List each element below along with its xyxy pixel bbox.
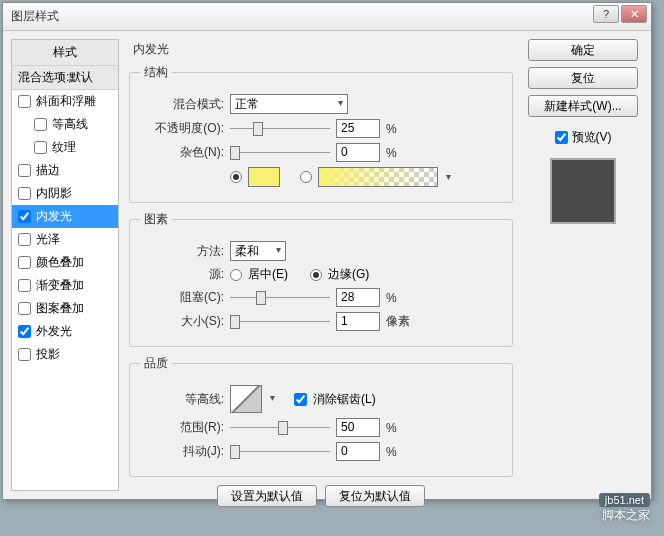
style-checkbox[interactable] [18,164,31,177]
color-radio[interactable] [230,171,242,183]
style-checkbox[interactable] [18,233,31,246]
range-input[interactable]: 50 [336,418,380,437]
style-row[interactable]: 投影 [12,343,118,366]
style-label: 渐变叠加 [36,277,84,294]
blend-mode-label: 混合模式: [140,96,224,113]
elements-legend: 图素 [140,211,172,228]
style-checkbox[interactable] [18,302,31,315]
style-checkbox[interactable] [34,141,47,154]
cancel-button[interactable]: 复位 [528,67,638,89]
source-center-radio[interactable] [230,269,242,281]
watermark: jb51.net 脚本之家 [599,492,650,524]
titlebar: 图层样式 ? ✕ [3,3,651,31]
style-label: 光泽 [36,231,60,248]
blending-options-label: 混合选项:默认 [18,69,93,86]
style-checkbox[interactable] [34,118,47,131]
style-label: 投影 [36,346,60,363]
source-center-label: 居中(E) [248,266,288,283]
style-row[interactable]: 斜面和浮雕 [12,90,118,113]
style-checkbox[interactable] [18,256,31,269]
style-label: 外发光 [36,323,72,340]
set-default-button[interactable]: 设置为默认值 [217,485,317,507]
style-checkbox[interactable] [18,95,31,108]
preview-checkbox[interactable] [555,131,568,144]
style-label: 等高线 [52,116,88,133]
style-row[interactable]: 描边 [12,159,118,182]
blending-options-row[interactable]: 混合选项:默认 [12,66,118,90]
elements-group: 图素 方法: 柔和 源: 居中(E) 边缘(G) 阻塞(C): 28 [129,211,513,347]
style-row[interactable]: 颜色叠加 [12,251,118,274]
style-row[interactable]: 光泽 [12,228,118,251]
choke-input[interactable]: 28 [336,288,380,307]
noise-label: 杂色(N): [140,144,224,161]
new-style-button[interactable]: 新建样式(W)... [528,95,638,117]
quality-legend: 品质 [140,355,172,372]
size-slider[interactable] [230,313,330,331]
gradient-radio[interactable] [300,171,312,183]
style-row[interactable]: 外发光 [12,320,118,343]
gradient-swatch[interactable] [318,167,438,187]
window-title: 图层样式 [11,8,59,25]
antialias-label: 消除锯齿(L) [313,391,376,408]
style-label: 纹理 [52,139,76,156]
styles-panel: 样式 混合选项:默认 斜面和浮雕等高线纹理描边内阴影内发光光泽颜色叠加渐变叠加图… [11,39,119,491]
styles-header: 样式 [12,40,118,66]
help-button[interactable]: ? [593,5,619,23]
close-button[interactable]: ✕ [621,5,647,23]
preview-thumbnail [550,158,616,224]
antialias-checkbox[interactable] [294,393,307,406]
style-row[interactable]: 内阴影 [12,182,118,205]
contour-picker[interactable] [230,385,262,413]
size-label: 大小(S): [140,313,224,330]
revert-default-button[interactable]: 复位为默认值 [325,485,425,507]
style-row[interactable]: 图案叠加 [12,297,118,320]
choke-label: 阻塞(C): [140,289,224,306]
style-label: 描边 [36,162,60,179]
opacity-slider[interactable] [230,120,330,138]
style-label: 斜面和浮雕 [36,93,96,110]
structure-group: 结构 混合模式: 正常 不透明度(O): 25 % 杂色(N): 0 % [129,64,513,203]
choke-slider[interactable] [230,289,330,307]
technique-label: 方法: [140,243,224,260]
size-input[interactable]: 1 [336,312,380,331]
style-checkbox[interactable] [18,187,31,200]
style-row[interactable]: 渐变叠加 [12,274,118,297]
preview-label: 预览(V) [572,129,612,146]
style-checkbox[interactable] [18,348,31,361]
source-label: 源: [140,266,224,283]
structure-legend: 结构 [140,64,172,81]
range-slider[interactable] [230,419,330,437]
contour-label: 等高线: [140,391,224,408]
action-panel: 确定 复位 新建样式(W)... 预览(V) [523,39,643,491]
panel-title: 内发光 [129,39,513,64]
style-checkbox[interactable] [18,210,31,223]
technique-select[interactable]: 柔和 [230,241,286,261]
percent-unit: % [386,122,397,136]
style-label: 内发光 [36,208,72,225]
noise-slider[interactable] [230,144,330,162]
color-swatch[interactable] [248,167,280,187]
source-edge-label: 边缘(G) [328,266,369,283]
opacity-label: 不透明度(O): [140,120,224,137]
blend-mode-select[interactable]: 正常 [230,94,348,114]
jitter-label: 抖动(J): [140,443,224,460]
range-label: 范围(R): [140,419,224,436]
style-label: 颜色叠加 [36,254,84,271]
jitter-slider[interactable] [230,443,330,461]
style-row[interactable]: 内发光 [12,205,118,228]
quality-group: 品质 等高线: 消除锯齿(L) 范围(R): 50 % 抖动(J): [129,355,513,477]
style-row[interactable]: 纹理 [12,136,118,159]
style-checkbox[interactable] [18,279,31,292]
settings-panel: 内发光 结构 混合模式: 正常 不透明度(O): 25 % 杂色(N): 0 [129,39,513,491]
style-checkbox[interactable] [18,325,31,338]
source-edge-radio[interactable] [310,269,322,281]
noise-input[interactable]: 0 [336,143,380,162]
jitter-input[interactable]: 0 [336,442,380,461]
style-label: 图案叠加 [36,300,84,317]
ok-button[interactable]: 确定 [528,39,638,61]
opacity-input[interactable]: 25 [336,119,380,138]
style-row[interactable]: 等高线 [12,113,118,136]
style-label: 内阴影 [36,185,72,202]
pixels-unit: 像素 [386,313,410,330]
